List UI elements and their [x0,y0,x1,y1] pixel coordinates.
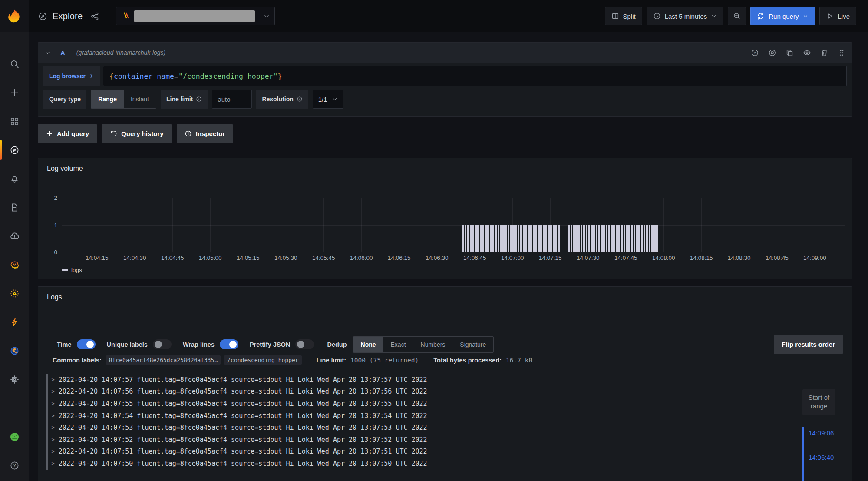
log-row[interactable]: >2022-04-20 14:07:53 fluent.tag=8fce0a45… [46,421,795,434]
query-eye-button[interactable] [803,49,811,57]
sidebar-item-user-avatar[interactable] [0,428,29,445]
sidebar-item-cloud-alerting[interactable] [0,222,29,250]
visible-range-indicator[interactable]: 14:09:06 — 14:06:40 [802,427,839,481]
sidebar-item-search[interactable] [0,50,29,78]
logs-toggles: TimeUnique labelsWrap linesPrettify JSON [57,339,325,349]
dedup-option-signature[interactable]: Signature [452,337,493,352]
inspector-button[interactable]: Inspector [177,124,233,143]
resolution-select[interactable]: 1/1 [313,90,343,109]
sidebar-item-alerting[interactable] [0,164,29,193]
common-label-chip[interactable]: 8fce0a45acf48e265dca258020af335… [106,355,221,365]
log-volume-bar [575,225,577,252]
start-of-range-button[interactable]: Start of range [802,389,835,415]
toggle-prettify-json[interactable] [295,339,314,349]
log-volume-bar [502,225,504,252]
x-tick-label: 14:08:15 [690,255,713,261]
query-expression[interactable]: {container_name="/condescending_hopper"} [103,66,847,86]
live-button[interactable]: Live [819,7,856,25]
log-volume-bar [558,225,560,252]
log-volume-bar [555,225,557,252]
expand-chevron-icon[interactable]: > [52,413,55,419]
log-volume-bar [523,225,525,252]
add-query-button[interactable]: Add query [38,124,97,143]
toggle-time[interactable] [77,339,96,349]
line-limit-meta-label: Line limit: [317,357,346,364]
query-delete-button[interactable] [820,49,828,57]
x-tick-label: 14:07:15 [539,255,562,261]
time-range-button[interactable]: Last 5 minutes [647,7,724,25]
log-row[interactable]: >2022-04-20 14:07:54 fluent.tag=8fce0a45… [46,410,795,422]
query-duplicate-button[interactable] [785,49,794,57]
toggle-group-unique-labels: Unique labels [107,339,172,349]
sidebar-item-docs[interactable] [0,193,29,222]
log-volume-bar [550,225,552,252]
sidebar-item-dashboards[interactable] [0,107,29,136]
sidebar-item-synthetic-monitoring[interactable] [0,336,29,365]
datasource-caret[interactable] [259,13,274,20]
legend-item-logs[interactable]: logs [62,267,82,273]
datasource-hint: (grafanacloud-irinamarchuk-logs) [76,49,165,56]
expand-chevron-icon[interactable]: > [52,401,55,407]
expand-chevron-icon[interactable]: > [52,388,55,395]
query-disable-button[interactable] [768,49,776,57]
share-icon[interactable] [90,12,99,21]
sidebar-item-performance-testing[interactable] [0,308,29,336]
expand-chevron-icon[interactable]: > [52,425,55,431]
gear-icon [10,375,20,385]
log-volume-bar [598,225,600,252]
expand-chevron-icon[interactable]: > [52,461,55,467]
query-type-label: Query type [43,90,86,109]
grafana-logo[interactable] [0,0,29,32]
flip-results-order-button[interactable]: Flip results order [774,335,843,354]
grafana-flame-icon [7,9,22,23]
log-row[interactable]: >2022-04-20 14:07:56 fluent.tag=8fce0a45… [46,386,795,398]
log-volume-bar [498,225,499,252]
log-volume-bar [490,225,492,252]
query-history-button[interactable]: Query history [102,124,172,143]
sidebar-item-help[interactable]: ? [0,457,29,474]
y-tick-label: 0 [54,249,57,255]
expand-chevron-icon[interactable]: > [52,448,55,454]
log-row[interactable]: >2022-04-20 14:07:50 fluent.tag=8fce0a45… [46,458,795,470]
x-tick-label: 14:09:00 [803,255,826,261]
x-tick-label: 14:06:45 [463,255,486,261]
query-type-option-instant[interactable]: Instant [124,90,156,108]
toggle-group-wrap-lines: Wrap lines [183,339,238,349]
common-label-chip[interactable]: /condescending_hopper [224,355,301,365]
log-row[interactable]: >2022-04-20 14:07:57 fluent.tag=8fce0a45… [46,374,795,386]
range-separator: — [809,441,839,449]
log-volume-bar [636,225,638,252]
sidebar-item-machine-learning[interactable] [0,250,29,279]
dedup-option-none[interactable]: None [353,337,383,352]
zoom-out-button[interactable] [728,7,746,25]
log-row[interactable]: >2022-04-20 14:07:55 fluent.tag=8fce0a45… [46,398,795,410]
sidebar-item-settings[interactable] [0,365,29,394]
split-button[interactable]: Split [605,7,642,25]
sidebar-item-incidents[interactable] [0,279,29,308]
line-limit-input[interactable] [212,90,252,109]
dedup-option-numbers[interactable]: Numbers [413,337,453,352]
sidebar-item-explore[interactable] [0,136,29,164]
run-query-button[interactable]: Run query [750,7,815,25]
collapse-chevron-icon[interactable] [44,50,51,56]
dedup-option-exact[interactable]: Exact [383,337,413,352]
log-browser-button[interactable]: Log browser [43,66,100,86]
chart-plot[interactable] [62,198,845,252]
live-label: Live [838,13,850,20]
expand-chevron-icon[interactable]: > [52,437,55,443]
sidebar-item-add[interactable] [0,78,29,107]
datasource-picker[interactable] [116,7,275,25]
query-type-option-range[interactable]: Range [91,90,124,108]
log-volume-bar [505,225,507,252]
toggle-wrap-lines[interactable] [220,339,238,349]
expand-chevron-icon[interactable]: > [52,377,55,383]
resolution-label: Resolution [256,90,308,109]
query-help-button[interactable]: ? [751,49,759,57]
log-volume-bar [634,225,635,252]
log-row[interactable]: >2022-04-20 14:07:51 fluent.tag=8fce0a45… [46,446,795,458]
topbar-left: Explore [29,7,275,25]
sidebar-bottom: ? [0,428,29,474]
log-row[interactable]: >2022-04-20 14:07:52 fluent.tag=8fce0a45… [46,434,795,446]
toggle-unique-labels[interactable] [153,339,172,349]
query-drag-handle[interactable] [838,49,846,57]
